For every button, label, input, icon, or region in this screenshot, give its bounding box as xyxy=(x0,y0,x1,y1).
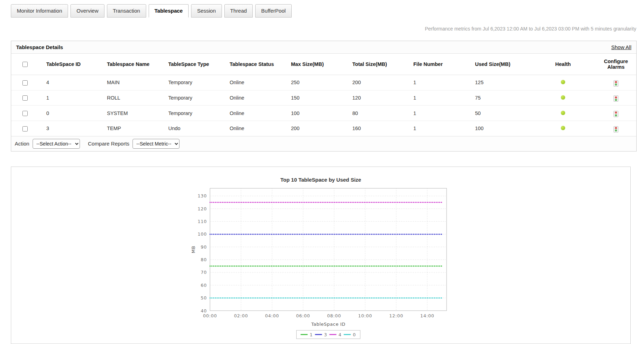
panel-title: Tablespace Details xyxy=(16,44,63,50)
y-tick-label: 110 xyxy=(198,219,207,224)
y-axis-label: MB xyxy=(191,246,196,253)
tab-bar: Monitor Information Overview Transaction… xyxy=(0,0,644,18)
panel-header: Tablespace Details Show All xyxy=(11,41,636,54)
tab-thread[interactable]: Thread xyxy=(224,4,253,18)
alarm-green-dot xyxy=(615,99,617,101)
action-bar: Action --Select Action-- Compare Reports… xyxy=(11,136,636,151)
cell-total-size: 200 xyxy=(350,75,411,90)
cell-tablespace-type: Undo xyxy=(165,121,227,136)
cell-tablespace-type: Temporary xyxy=(165,106,227,121)
alarm-red-dot xyxy=(615,112,617,114)
col-header-tablespace-type: TableSpace Type xyxy=(165,54,227,75)
chart-title: Top 10 TableSpace by Used Size xyxy=(11,167,630,183)
configure-alarms-icon[interactable] xyxy=(614,80,618,87)
tablespace-usage-chart: 40506070809010011012013000:0002:0004:000… xyxy=(190,186,452,340)
cell-tablespace-name: ROLL xyxy=(104,90,165,106)
col-header-tablespace-status: Tablespace Status xyxy=(227,54,288,75)
show-all-link[interactable]: Show All xyxy=(611,44,631,50)
cell-tablespace-name: MAIN xyxy=(104,75,165,90)
col-header-tablespace-id: TableSpace ID xyxy=(43,54,104,75)
legend-label: 0 xyxy=(353,332,356,337)
cell-max-size: 100 xyxy=(288,106,350,121)
cell-total-size: 120 xyxy=(350,90,411,106)
tablespace-table: TableSpace ID Tablespace Name TableSpace… xyxy=(11,54,636,136)
cell-total-size: 160 xyxy=(350,121,411,136)
cell-used-size: 50 xyxy=(472,106,530,121)
col-header-file-number: File Number xyxy=(411,54,472,75)
tab-monitor-information[interactable]: Monitor Information xyxy=(11,4,68,18)
cell-file-number: 1 xyxy=(411,121,472,136)
tab-transaction[interactable]: Transaction xyxy=(107,4,146,18)
action-select[interactable]: --Select Action-- xyxy=(33,139,80,149)
row-checkbox[interactable] xyxy=(22,111,28,116)
cell-total-size: 80 xyxy=(350,106,411,121)
y-tick-label: 90 xyxy=(201,244,207,249)
tab-session[interactable]: Session xyxy=(191,4,222,18)
x-tick-label: 02:00 xyxy=(234,313,248,318)
cell-max-size: 200 xyxy=(288,121,350,136)
alarm-green-dot xyxy=(615,114,617,116)
alarm-red-dot xyxy=(615,96,617,99)
y-tick-label: 80 xyxy=(201,257,207,262)
col-header-configure-alarms: Configure Alarms xyxy=(596,54,636,75)
alarm-red-dot xyxy=(615,81,617,83)
health-status-icon xyxy=(561,95,565,100)
cell-file-number: 1 xyxy=(411,90,472,106)
cell-tablespace-name: SYSTEM xyxy=(104,106,165,121)
configure-alarms-icon[interactable] xyxy=(614,95,618,102)
health-status-icon xyxy=(561,126,565,130)
y-tick-label: 50 xyxy=(201,295,207,301)
table-row: 4 MAIN Temporary Online 250 200 1 125 xyxy=(11,75,636,90)
col-header-tablespace-name: Tablespace Name xyxy=(104,54,165,75)
tab-tablespace[interactable]: Tablespace xyxy=(149,4,189,18)
x-axis-label: TableSpace ID xyxy=(311,322,346,327)
cell-used-size: 125 xyxy=(472,75,530,90)
compare-metric-select[interactable]: --Select Metric-- xyxy=(133,139,179,149)
cell-file-number: 1 xyxy=(411,106,472,121)
compare-reports-label: Compare Reports xyxy=(88,141,129,147)
configure-alarms-icon[interactable] xyxy=(614,126,618,133)
y-tick-label: 130 xyxy=(198,193,207,198)
cell-tablespace-id: 1 xyxy=(43,90,104,106)
health-status-icon xyxy=(561,80,565,84)
chart-panel: Top 10 TableSpace by Used Size 405060708… xyxy=(11,167,631,344)
plot-border xyxy=(210,188,447,311)
cell-file-number: 1 xyxy=(411,75,472,90)
alarm-green-dot xyxy=(615,83,617,86)
table-row: 1 ROLL Temporary Online 150 120 1 75 xyxy=(11,90,636,106)
row-checkbox[interactable] xyxy=(22,80,28,86)
health-status-icon xyxy=(561,111,565,115)
tab-bufferpool[interactable]: BufferPool xyxy=(255,4,292,18)
cell-tablespace-type: Temporary xyxy=(165,75,227,90)
x-tick-label: 08:00 xyxy=(327,313,341,318)
cell-used-size: 75 xyxy=(472,90,530,106)
legend-label: 4 xyxy=(339,332,342,337)
action-label: Action xyxy=(15,141,29,147)
cell-tablespace-type: Temporary xyxy=(165,90,227,106)
col-header-used-size: Used Size(MB) xyxy=(472,54,530,75)
table-row: 3 TEMP Undo Online 200 160 1 100 xyxy=(11,121,636,136)
table-row: 0 SYSTEM Temporary Online 100 80 1 50 xyxy=(11,106,636,121)
row-checkbox[interactable] xyxy=(22,126,28,131)
x-tick-label: 06:00 xyxy=(296,313,310,318)
tab-overview[interactable]: Overview xyxy=(70,4,104,18)
select-all-checkbox[interactable] xyxy=(22,62,28,67)
configure-alarms-icon[interactable] xyxy=(614,111,618,117)
x-tick-label: 14:00 xyxy=(420,313,434,318)
cell-tablespace-status: Online xyxy=(227,90,288,106)
alarm-red-dot xyxy=(615,127,617,129)
table-header-row: TableSpace ID Tablespace Name TableSpace… xyxy=(11,54,636,75)
legend-label: 1 xyxy=(310,332,313,337)
y-tick-label: 120 xyxy=(198,206,207,211)
performance-metrics-note: Performance metrics from Jul 6,2023 12:0… xyxy=(0,18,644,32)
cell-tablespace-name: TEMP xyxy=(104,121,165,136)
y-tick-label: 40 xyxy=(201,308,207,313)
legend-label: 3 xyxy=(324,332,327,337)
y-tick-label: 70 xyxy=(201,270,207,275)
cell-tablespace-status: Online xyxy=(227,106,288,121)
cell-tablespace-id: 0 xyxy=(43,106,104,121)
cell-used-size: 100 xyxy=(472,121,530,136)
row-checkbox[interactable] xyxy=(22,95,28,101)
y-tick-label: 100 xyxy=(198,231,207,237)
x-tick-label: 00:00 xyxy=(203,313,217,318)
